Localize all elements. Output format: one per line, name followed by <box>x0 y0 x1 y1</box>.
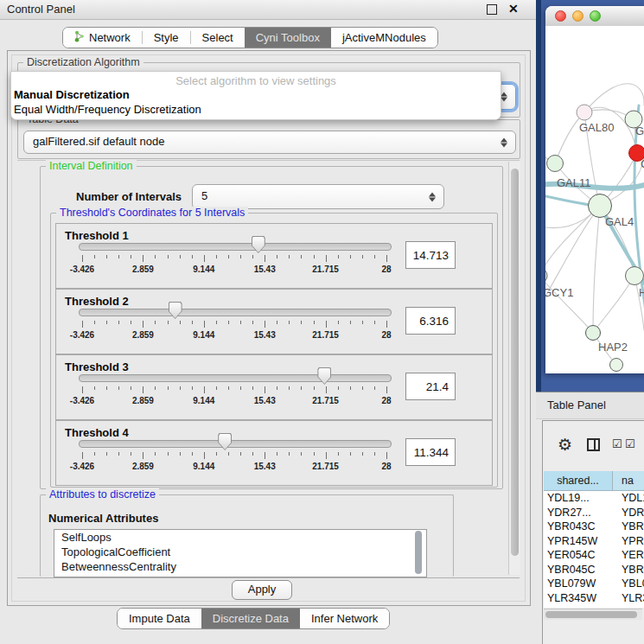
network-node-label: GAL11 <box>557 176 591 189</box>
table-cell: YLR345W <box>544 591 613 606</box>
attributes-list-scrollbar[interactable] <box>415 531 422 574</box>
network-node-label: H <box>639 286 644 299</box>
tick-label: 15.43 <box>239 462 290 471</box>
tick-mark <box>180 321 181 324</box>
attribute-list-item[interactable]: TopologicalCoefficient <box>54 545 426 559</box>
network-edge <box>555 112 584 163</box>
slider-thumb[interactable] <box>169 302 182 319</box>
network-node[interactable] <box>545 268 547 284</box>
close-traffic-icon[interactable] <box>555 10 566 22</box>
float-panel-icon[interactable] <box>487 4 497 15</box>
slider-thumb[interactable] <box>317 367 331 385</box>
tick-mark <box>240 321 241 324</box>
tick-mark <box>386 321 387 328</box>
zoom-traffic-icon[interactable] <box>590 10 601 22</box>
table-row[interactable]: YER054CYER0 <box>544 548 644 563</box>
tab-discretize-data[interactable]: Discretize Data <box>201 609 300 628</box>
network-node[interactable] <box>610 359 623 372</box>
numerical-attributes-list[interactable]: SelfLoopsTopologicalCoefficientBetweenne… <box>54 529 427 577</box>
numerical-attributes-label: Numerical Attributes <box>48 512 158 525</box>
tab-label: jActiveMNodules <box>342 31 426 44</box>
tick-mark <box>277 452 277 456</box>
tick-mark <box>155 321 156 324</box>
slider-track[interactable] <box>79 440 392 448</box>
network-node[interactable] <box>547 156 564 172</box>
dropdown-item-equal-width[interactable]: Equal Width/Frequency Discretization <box>14 103 201 116</box>
tab-group: NetworkStyleSelectCyni ToolboxjActiveMNo… <box>62 27 438 48</box>
threshold-panel: Threshold 3-3.4262.8599.14415.4321.71528 <box>55 354 493 420</box>
table-row[interactable]: YDL19...YDL1 <box>544 491 644 506</box>
tick-mark <box>168 321 169 324</box>
tick-mark <box>155 255 156 258</box>
table-horizontal-scrollbar[interactable] <box>544 609 642 620</box>
tab-cyni-toolbox[interactable]: Cyni Toolbox <box>245 28 331 48</box>
gear-icon[interactable]: ⚙ <box>558 435 572 455</box>
tick-mark <box>265 452 265 459</box>
slider-track[interactable] <box>79 243 392 251</box>
attribute-list-item[interactable]: SelfLoops <box>54 530 426 545</box>
tick-mark <box>94 386 95 390</box>
tick-mark <box>362 386 363 390</box>
application-window: Control Panel ✕ NetworkStyleSelectCyni T… <box>0 0 644 644</box>
algorithm-group-title: Discretization Algorithm <box>23 56 143 69</box>
tab-network[interactable]: Network <box>63 28 142 48</box>
threshold-value-input[interactable] <box>405 373 456 400</box>
threshold-value-input[interactable] <box>405 307 456 335</box>
tick-mark <box>192 386 193 390</box>
table-row[interactable]: YIL052CYIL0 <box>544 605 644 608</box>
scrollbar-thumb[interactable] <box>511 169 519 556</box>
tick-mark <box>277 255 277 258</box>
network-node-label: G <box>635 124 644 137</box>
slider-thumb[interactable] <box>218 433 232 450</box>
tick-label: 2.859 <box>117 330 169 340</box>
tick-mark <box>386 452 387 459</box>
settings-vertical-scrollbar[interactable] <box>508 162 520 575</box>
number-of-intervals-spinner[interactable]: 5 <box>192 184 444 209</box>
table-row[interactable]: YBR043CYBR0 <box>544 520 644 534</box>
network-node[interactable] <box>586 326 601 341</box>
table-header-name[interactable]: na <box>613 471 644 490</box>
network-node[interactable] <box>626 267 644 285</box>
table-row[interactable]: YDR27...YDR2 <box>544 506 644 520</box>
table-cell: YLR3 <box>613 591 644 606</box>
table-cell: YBR045C <box>544 563 613 577</box>
tab-impute-data[interactable]: Impute Data <box>118 609 201 628</box>
attribute-list-item[interactable]: BetweennessCentrality <box>54 559 426 574</box>
network-node[interactable] <box>577 105 592 120</box>
network-edge <box>593 206 600 333</box>
network-canvas[interactable]: GAL80GCGAL11GAL4GCY1HHAP2 <box>545 26 644 373</box>
node-attribute-table[interactable]: shared...naYDL19...YDL1YDR27...YDR2YBR04… <box>544 471 644 608</box>
tick-mark <box>131 321 131 324</box>
threshold-value-input[interactable] <box>405 241 456 269</box>
checkbox-checked-icon[interactable]: ☑ <box>612 437 622 450</box>
slider-thumb[interactable] <box>252 236 265 253</box>
table-row[interactable]: YBL079WYBL0 <box>544 577 644 591</box>
network-node[interactable] <box>589 194 612 218</box>
table-row[interactable]: YPR145WYPR1 <box>544 534 644 549</box>
tick-mark <box>143 386 143 393</box>
minimize-traffic-icon[interactable] <box>572 10 583 22</box>
tick-mark <box>204 321 205 328</box>
tab-jactivemnodules[interactable]: jActiveMNodules <box>331 28 437 48</box>
split-columns-icon[interactable] <box>587 438 600 451</box>
checkbox-checked-icon[interactable]: ☑ <box>625 437 635 450</box>
tick-label: 15.43 <box>239 330 290 340</box>
threshold-value-input[interactable] <box>405 438 456 466</box>
tab-style[interactable]: Style <box>143 28 190 48</box>
table-data-combobox[interactable]: galFiltered.sif default node <box>23 131 516 154</box>
tab-select[interactable]: Select <box>191 28 245 48</box>
slider-track[interactable] <box>79 374 392 382</box>
tick-mark <box>362 321 363 324</box>
table-row[interactable]: YBR045CYBR0 <box>544 563 644 577</box>
tick-label: 15.43 <box>239 265 290 274</box>
slider-track[interactable] <box>79 309 392 316</box>
tick-mark <box>301 321 302 324</box>
apply-button[interactable]: Apply <box>232 580 292 600</box>
tab-infer-network[interactable]: Infer Network <box>300 609 389 628</box>
table-row[interactable]: YLR345WYLR3 <box>544 591 644 606</box>
combo-arrows-icon <box>501 137 507 147</box>
dropdown-item-manual[interactable]: Manual Discretization <box>14 88 130 101</box>
scrollbar-thumb[interactable] <box>545 611 637 618</box>
table-header-shared-name[interactable]: shared... <box>544 471 613 490</box>
close-icon[interactable]: ✕ <box>508 2 519 16</box>
